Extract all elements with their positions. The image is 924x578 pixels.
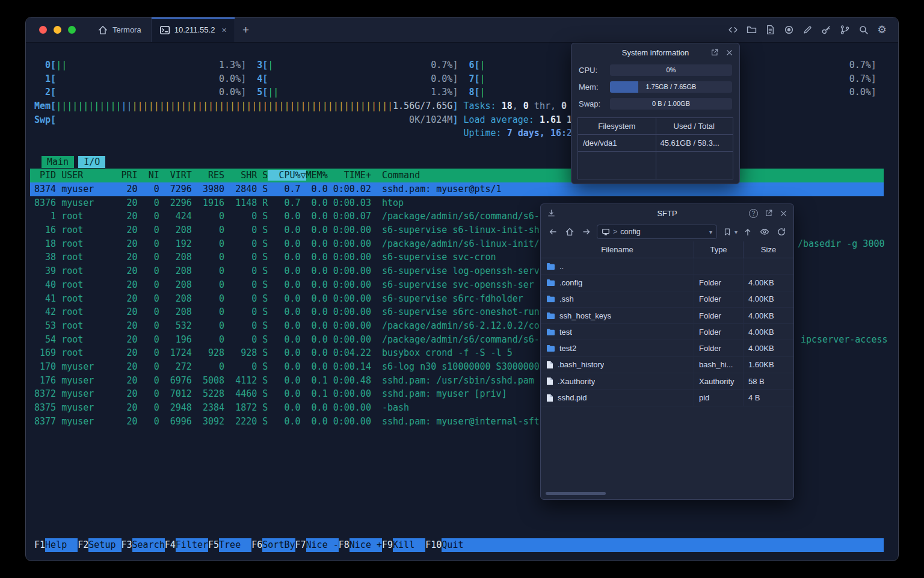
sftp-file-row[interactable]: .sshFolder4.00KB (541, 291, 793, 308)
chevron-down-icon[interactable]: ▾ (709, 229, 712, 235)
show-hidden-eye-icon[interactable] (758, 225, 771, 238)
upload-icon[interactable] (741, 225, 754, 238)
cpu-meter-label: 5[ (246, 87, 268, 98)
fkey-f7[interactable]: F7 (295, 538, 306, 552)
bookmark-icon[interactable] (721, 225, 734, 238)
horizontal-scrollbar[interactable] (544, 491, 790, 497)
back-icon[interactable] (546, 225, 559, 238)
file-name: .config (559, 278, 582, 287)
tab-close-icon[interactable]: × (221, 25, 226, 35)
fkey-label-help[interactable]: Help (45, 538, 78, 552)
file-type-cell: Xauthority (694, 373, 743, 389)
fkey-f1[interactable]: F1 (34, 538, 45, 552)
swap-usage-row: Swap: 0 B / 1.00GB (571, 95, 739, 112)
file-name: .ssh (559, 294, 574, 303)
close-icon[interactable] (725, 49, 733, 57)
minimize-window-button[interactable] (54, 26, 61, 34)
bookmark-chevron-down-icon[interactable]: ▾ (735, 229, 738, 235)
fkey-label-quit[interactable]: Quit (442, 538, 474, 552)
folder-icon (546, 279, 555, 287)
tab-label: Termora (112, 25, 141, 34)
fkey-f4[interactable]: F4 (165, 538, 176, 552)
sftp-file-row[interactable]: test2Folder4.00KB (541, 340, 793, 356)
fkey-label-filter[interactable]: Filter (176, 538, 208, 552)
sftp-file-row[interactable]: .XauthorityXauthority58 B (541, 373, 793, 390)
cpu-meter-label: 1[ (34, 73, 56, 84)
cpu-meter-value: 0.7%] (849, 73, 876, 84)
fkey-f3[interactable]: F3 (122, 538, 132, 552)
fkey-f8[interactable]: F8 (339, 538, 350, 552)
file-name-cell: ssh_host_keys (541, 308, 694, 323)
fkey-label-search[interactable]: Search (132, 538, 165, 552)
cpu-usage-bar: 0% (610, 64, 732, 76)
tab-session-10-211-55-2[interactable]: 10.211.55.2 × (151, 17, 235, 42)
file-table-header[interactable]: Filename Type Size (541, 241, 793, 258)
sftp-file-row[interactable]: .configFolder4.00KB (541, 275, 793, 291)
cpu-meter-value: 0.0%] (849, 87, 876, 98)
file-text-icon[interactable] (765, 25, 775, 36)
path-breadcrumb[interactable]: > config ▾ (597, 225, 717, 239)
tab-label: 10.211.55.2 (174, 25, 215, 34)
fkey-f2[interactable]: F2 (78, 538, 88, 552)
htop-tab-main[interactable]: Main (42, 156, 74, 168)
swap-meter-line: Swp[ 0K/1024M] Load average: 1.61 1 (34, 113, 884, 127)
tasks-value: 0 (523, 101, 529, 111)
system-information-panel: System information CPU: 0% Mem: 1.75GB /… (571, 43, 740, 184)
fkey-label-tree[interactable]: Tree (219, 538, 251, 552)
file-icon (546, 361, 553, 369)
download-icon[interactable] (547, 204, 556, 222)
folder-icon (546, 263, 555, 270)
fkey-label-nice[interactable]: Nice - (306, 538, 339, 552)
tab-termora-home[interactable]: Termora (88, 17, 151, 42)
sftp-file-row[interactable]: .bash_historybash_hi...1.60KB (541, 357, 793, 373)
git-branch-icon[interactable] (839, 25, 850, 36)
home-icon[interactable] (563, 225, 576, 238)
sftp-file-row[interactable]: .. (541, 258, 793, 275)
fkey-label-kill[interactable]: Kill (393, 538, 425, 552)
search-icon[interactable] (858, 25, 869, 36)
fkey-f5[interactable]: F5 (208, 538, 219, 552)
panel-header[interactable]: System information (571, 43, 739, 61)
home-icon (97, 25, 108, 36)
file-size-cell: 4.00KB (743, 308, 793, 323)
memory-bar-used: |||||||||||| (56, 101, 121, 111)
key-icon[interactable] (821, 25, 831, 36)
sftp-file-row[interactable]: ssh_host_keysFolder4.00KB (541, 308, 793, 324)
settings-gear-icon[interactable]: ⚙ (876, 25, 887, 36)
htop-tab-io[interactable]: I/O (78, 156, 105, 168)
fkey-f10[interactable]: F10 (425, 538, 442, 552)
filename-column-header[interactable]: Filename (541, 241, 694, 258)
record-icon[interactable] (783, 25, 794, 36)
fkey-f6[interactable]: F6 (251, 538, 262, 552)
scrollbar-thumb[interactable] (546, 492, 606, 495)
swap-meter-value: 0K/1024M (56, 114, 452, 125)
size-column-header[interactable]: Size (743, 241, 793, 258)
fkey-label-nice[interactable]: Nice + (350, 538, 382, 552)
refresh-icon[interactable] (775, 225, 788, 238)
edit-icon[interactable] (802, 25, 813, 36)
close-window-button[interactable] (39, 26, 47, 34)
code-icon[interactable] (727, 25, 738, 36)
process-row-selected[interactable]: 8374 myuser 20 0 7296 3980 2840 S 0.7 0.… (30, 182, 884, 196)
help-icon[interactable]: ? (749, 209, 758, 218)
cpu-meter-bar: || (56, 60, 219, 70)
folder-icon[interactable] (746, 25, 757, 36)
type-column-header[interactable]: Type (694, 241, 743, 258)
process-table-header[interactable]: PID USER PRI NI VIRT RES SHR S CPU%▽MEM%… (30, 169, 884, 182)
fkey-f9[interactable]: F9 (382, 538, 393, 552)
new-tab-button[interactable]: + (235, 17, 257, 42)
zoom-window-button[interactable] (68, 26, 76, 34)
open-in-window-icon[interactable] (765, 209, 773, 217)
sort-column-cpu[interactable]: CPU%▽ (268, 170, 306, 181)
file-name-cell: .config (541, 275, 694, 290)
close-icon[interactable] (780, 210, 787, 217)
open-in-window-icon[interactable] (710, 48, 719, 57)
fkey-label-sortby[interactable]: SortBy (262, 538, 295, 552)
panel-header[interactable]: SFTP ? (541, 204, 793, 222)
sftp-file-row[interactable]: sshd.pidpid4 B (541, 390, 793, 406)
cpu-meter-value: 0.7%] (431, 60, 458, 70)
fkey-label-setup[interactable]: Setup (88, 538, 121, 552)
forward-icon[interactable] (580, 225, 593, 238)
sftp-file-row[interactable]: testFolder4.00KB (541, 324, 793, 340)
file-type-cell (694, 258, 743, 274)
